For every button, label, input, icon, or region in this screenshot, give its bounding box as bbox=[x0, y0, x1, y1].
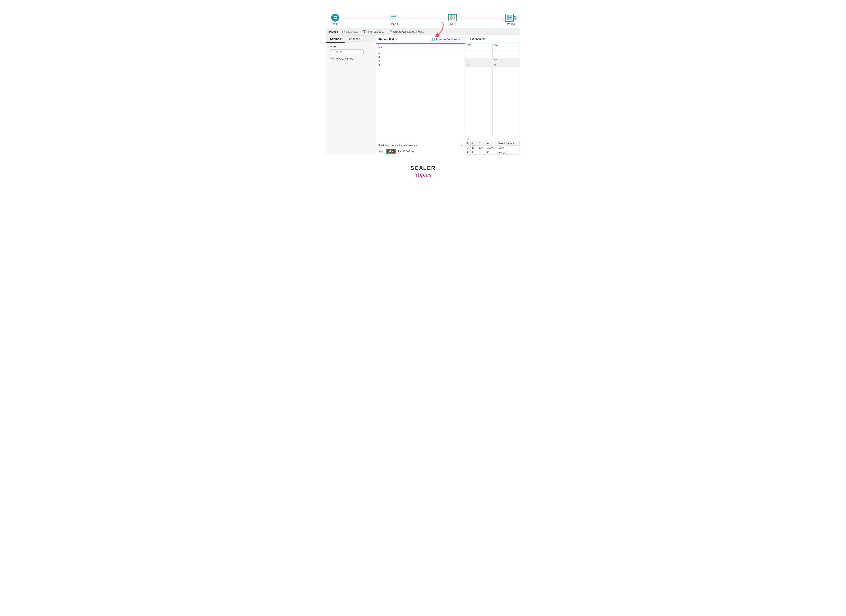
middle-spacer bbox=[376, 67, 465, 142]
pivot-results-header: Pivot Results bbox=[465, 35, 520, 42]
node-clean1-label: Clean 1 bbox=[390, 23, 398, 25]
pipeline-line-3 bbox=[457, 18, 507, 18]
cell-1-4: 1000 bbox=[486, 146, 496, 150]
main-window: data Clean 1 bbox=[326, 10, 520, 155]
filter-values-btn[interactable]: Filter Values... bbox=[362, 29, 385, 34]
col2-subheader: 2 ÷ bbox=[493, 47, 520, 50]
pivot-field-close[interactable]: × bbox=[460, 45, 462, 49]
tab-settings[interactable]: Settings bbox=[326, 35, 345, 43]
svg-rect-2 bbox=[334, 18, 335, 19]
field-item-pivot1names[interactable]: Abc Pivot1 Names bbox=[329, 56, 373, 61]
result-col-2: Abc 2 ÷ 10 A bbox=[493, 42, 520, 137]
fields-label: Fields bbox=[329, 45, 373, 48]
branding: SCALER Topics bbox=[410, 165, 436, 179]
cell-1-2: 10 bbox=[470, 146, 477, 150]
tabs-row: Settings Changes (0) bbox=[326, 35, 376, 43]
pivoted-fields-header: Pivoted Fields bbox=[376, 35, 465, 44]
pivot-value-2: 2 bbox=[379, 55, 462, 59]
cell-2-3: B bbox=[477, 150, 486, 155]
col2-val3: A bbox=[493, 62, 520, 67]
toolbar: Pivot 3 5 fields 2 rows Filter Values...… bbox=[326, 28, 520, 35]
col2-val2: 10 bbox=[493, 58, 520, 62]
filter-icon bbox=[363, 30, 366, 33]
cell-2-5: Category bbox=[496, 150, 520, 155]
col2-val1 bbox=[493, 50, 520, 58]
node-pivot3-label: Pivot 3 bbox=[507, 23, 515, 25]
middle-panel: Pivoted Fields bbox=[376, 35, 465, 155]
svg-rect-3 bbox=[335, 18, 337, 19]
pivot-values-list: 1 2 3 4 bbox=[376, 50, 465, 67]
pipeline-bar: data Clean 1 bbox=[326, 10, 520, 28]
pivot-value-1: 1 bbox=[379, 51, 462, 55]
table-row-2: A A B C Category bbox=[465, 150, 520, 155]
pipeline-node-pivot3[interactable]: Pivot 3 bbox=[507, 14, 515, 25]
right-panel: Pivot Results Abc 1 ÷ 0 A Abc 2 ÷ 10 A bbox=[465, 35, 520, 155]
pivot-field-name: No bbox=[379, 46, 382, 49]
pivot-field-row: No × bbox=[376, 44, 465, 50]
branding-scaler: SCALER bbox=[410, 165, 436, 171]
calc-icon bbox=[390, 30, 392, 33]
agg-row-inner: Abc MIN Pivot1 Values bbox=[376, 148, 465, 155]
svg-rect-27 bbox=[434, 38, 435, 41]
search-input[interactable] bbox=[334, 50, 362, 53]
pipeline-line-2 bbox=[398, 18, 449, 18]
left-panel: Settings Changes (0) Fields Abc Pivot1 N… bbox=[326, 35, 376, 155]
field-name: Pivot1 Names bbox=[336, 57, 353, 60]
toolbar-title: Pivot 3 bbox=[329, 30, 338, 33]
col1-val2: 0 bbox=[465, 58, 492, 62]
th-pivot1names: Pivot1 Names bbox=[496, 141, 520, 146]
scroll-indicator: ◀ bbox=[465, 137, 520, 141]
field-type-abc: Abc bbox=[329, 57, 335, 60]
pivoted-fields-title: Pivoted Fields bbox=[379, 38, 397, 41]
cell-1-1: 0 bbox=[465, 146, 471, 150]
col1-val1 bbox=[465, 50, 492, 58]
th-2: 2 bbox=[470, 141, 477, 146]
aggregate-section: Field to aggregate for new columns × Abc… bbox=[376, 142, 465, 155]
pipeline-node-data[interactable]: data bbox=[331, 14, 339, 25]
agg-type-badge: Abc bbox=[379, 150, 384, 153]
rows-to-cols-btn[interactable]: Rows to Columns ▼ bbox=[430, 37, 462, 42]
agg-field-name: Pivot1 Values bbox=[398, 150, 414, 153]
col2-header: Abc bbox=[493, 42, 520, 47]
pivot-results-title: Pivot Results bbox=[467, 37, 485, 40]
col1-header: Abc bbox=[465, 42, 492, 47]
svg-rect-4 bbox=[391, 15, 397, 20]
pipeline-node-clean1[interactable]: Clean 1 bbox=[390, 14, 398, 25]
rows-cols-icon bbox=[432, 38, 435, 41]
node-pivot1-label: Pivot 1 bbox=[449, 23, 456, 25]
pivot-value-4: 4 bbox=[379, 63, 462, 67]
table-row-1: 0 10 100 1000 Value bbox=[465, 146, 520, 150]
svg-line-24 bbox=[332, 52, 332, 53]
svg-rect-26 bbox=[432, 38, 433, 41]
results-columns: Abc 1 ÷ 0 A Abc 2 ÷ 10 A bbox=[465, 42, 520, 137]
fields-section: Fields Abc Pivot1 Names bbox=[326, 43, 376, 63]
agg-func-btn[interactable]: MIN bbox=[386, 149, 396, 154]
col1-subheader: 1 ÷ bbox=[465, 47, 492, 50]
col1-val3: A bbox=[465, 62, 492, 67]
pivot-value-3: 3 bbox=[379, 59, 462, 63]
cell-1-5: Value bbox=[496, 146, 520, 150]
svg-rect-12 bbox=[507, 15, 509, 20]
svg-marker-19 bbox=[363, 30, 366, 33]
create-calc-field-btn[interactable]: Create Calculated Field... bbox=[389, 29, 425, 34]
th-4: 4 bbox=[486, 141, 496, 146]
tab-changes[interactable]: Changes (0) bbox=[345, 35, 368, 43]
svg-rect-8 bbox=[450, 15, 452, 20]
toolbar-meta: 5 fields 2 rows bbox=[342, 30, 358, 33]
th-3: 3 bbox=[477, 141, 486, 146]
cell-2-2: A bbox=[470, 150, 477, 155]
cell-2-4: C bbox=[486, 150, 496, 155]
pipeline-node-pivot1[interactable]: Pivot 1 bbox=[449, 14, 457, 25]
node-data-label: data bbox=[333, 23, 338, 25]
cell-2-1: A bbox=[465, 150, 471, 155]
search-box[interactable] bbox=[329, 50, 364, 54]
svg-point-23 bbox=[331, 51, 332, 52]
agg-header: Field to aggregate for new columns × bbox=[376, 143, 465, 148]
result-col-1: Abc 1 ÷ 0 A bbox=[465, 42, 493, 137]
agg-close-btn[interactable]: × bbox=[460, 144, 462, 147]
svg-rect-0 bbox=[334, 16, 335, 18]
pipeline-line-1 bbox=[339, 18, 390, 18]
cell-1-3: 100 bbox=[477, 146, 486, 150]
content-area: Settings Changes (0) Fields Abc Pivot1 N… bbox=[326, 35, 520, 155]
svg-rect-1 bbox=[335, 16, 337, 18]
